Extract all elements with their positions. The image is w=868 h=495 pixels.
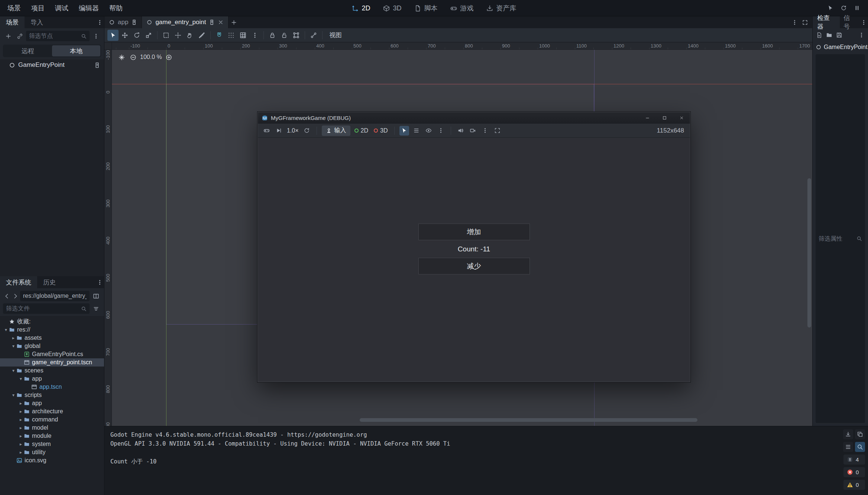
debug-3d-toggle[interactable]: 3D (372, 127, 389, 134)
pick-options-icon[interactable] (436, 126, 446, 136)
grid-snap-icon[interactable] (226, 30, 237, 41)
inspected-node-row[interactable]: GameEntryPoint... (813, 40, 868, 51)
node-filter-input[interactable] (29, 33, 81, 39)
tree-collapse-icon[interactable]: ▾ (3, 327, 9, 332)
zoom-level[interactable]: 100.0 % (140, 54, 162, 61)
fs-item-gameentrypoint.cs[interactable]: GameEntryPoint.cs (0, 350, 104, 358)
camera-options-icon[interactable] (480, 126, 490, 136)
fs-item-model[interactable]: ▸model (0, 424, 104, 432)
fs-item-app.tscn[interactable]: app.tscn (0, 383, 104, 391)
resource-options-icon[interactable] (857, 30, 866, 40)
next-frame-icon[interactable] (274, 126, 284, 136)
input-mode-button[interactable]: 输入 (322, 126, 350, 136)
inspector-menu-icon[interactable] (859, 18, 868, 27)
scene-tab-game-entry-point[interactable]: game_entry_point (142, 16, 229, 28)
property-filter-input[interactable] (819, 235, 856, 242)
menu-project[interactable]: 项目 (26, 4, 50, 13)
smart-snap-icon[interactable] (214, 30, 225, 41)
tab-history[interactable]: 历史 (37, 276, 62, 288)
tab-inspector[interactable]: 检查器 (813, 16, 840, 28)
copy-log-icon[interactable] (855, 429, 865, 439)
grid-icon[interactable] (237, 30, 249, 41)
new-scene-tab-icon[interactable] (229, 17, 239, 27)
unlock-node-icon[interactable] (279, 30, 290, 41)
mute-audio-icon[interactable] (456, 126, 466, 136)
instance-scene-icon[interactable] (14, 31, 25, 41)
fs-item-assets[interactable]: ▸assets (0, 334, 104, 342)
save-resource-icon[interactable] (835, 30, 844, 40)
debug-session-icon[interactable] (262, 126, 271, 136)
workspace-2d[interactable]: 2D (352, 4, 370, 12)
fs-item-command[interactable]: ▸command (0, 416, 104, 424)
zoom-out-icon[interactable] (129, 53, 137, 62)
menu-editor[interactable]: 编辑器 (74, 4, 104, 13)
embed-fullscreen-icon[interactable] (493, 126, 502, 136)
fs-item-scenes[interactable]: ▾scenes (0, 367, 104, 375)
scene-tree-root-node[interactable]: GameEntryPoint (0, 59, 104, 71)
search-log-icon[interactable] (855, 442, 865, 452)
dock-menu-icon[interactable] (95, 18, 104, 27)
center-view-icon[interactable] (117, 53, 126, 62)
snap-options-icon[interactable] (249, 30, 260, 41)
scene-tree-menu-icon[interactable] (91, 31, 101, 41)
time-scale-label[interactable]: 1.0× (286, 127, 299, 134)
menu-help[interactable]: 帮助 (104, 4, 128, 13)
filesystem-menu-icon[interactable] (95, 278, 104, 287)
toggle-split-mode-icon[interactable] (91, 291, 101, 301)
tab-list-menu-icon[interactable] (789, 17, 800, 27)
workspace-assetlib[interactable]: 资产库 (486, 4, 516, 13)
file-filter-input[interactable] (6, 305, 81, 312)
move-tool-icon[interactable] (119, 30, 130, 41)
tree-expand-icon[interactable]: ▸ (18, 425, 24, 430)
restart-game-icon[interactable] (838, 3, 849, 13)
path-input[interactable] (23, 293, 87, 299)
tab-filesystem[interactable]: 文件系统 (0, 276, 37, 288)
workspace-script[interactable]: 脚本 (414, 4, 438, 13)
tab-signals[interactable]: 信号 (840, 16, 859, 28)
minimize-window-icon[interactable] (639, 112, 656, 124)
fs-item-app[interactable]: ▸app (0, 399, 104, 407)
error-count-badge[interactable]: 0 (843, 467, 865, 477)
collapse-messages-icon[interactable] (843, 442, 853, 452)
fs-item-global[interactable]: ▾global (0, 342, 104, 350)
tree-expand-icon[interactable]: ▸ (18, 433, 24, 439)
tab-scene[interactable]: 场景 (0, 16, 25, 28)
lock-node-icon[interactable] (267, 30, 278, 41)
path-field[interactable] (20, 291, 90, 301)
sort-files-icon[interactable] (91, 303, 101, 314)
file-filter-field[interactable] (3, 303, 90, 314)
workspace-game[interactable]: 游戏 (450, 4, 474, 13)
zoom-in-icon[interactable] (165, 53, 174, 62)
node-filter-field[interactable] (26, 31, 90, 41)
save-log-icon[interactable] (843, 429, 853, 439)
decrease-button[interactable]: 减少 (418, 258, 530, 274)
pick-node-icon[interactable] (399, 126, 409, 136)
tree-collapse-icon[interactable]: ▾ (10, 343, 16, 349)
close-window-icon[interactable] (673, 112, 690, 124)
back-icon[interactable] (3, 291, 10, 301)
fs-item-architecture[interactable]: ▸architecture (0, 407, 104, 416)
horizontal-scrollbar-thumb[interactable] (360, 418, 697, 422)
reset-icon[interactable] (302, 126, 312, 136)
rect-select-icon[interactable] (161, 30, 172, 41)
warning-count-badge[interactable]: 0 (843, 480, 865, 490)
view-menu-button[interactable]: 视图 (326, 31, 346, 39)
fs-item-utility[interactable]: ▸utility (0, 448, 104, 456)
menu-debug[interactable]: 调试 (50, 4, 74, 13)
camera-override-icon[interactable] (468, 126, 478, 136)
game-pick-cursor-icon[interactable] (825, 3, 835, 13)
forward-icon[interactable] (12, 291, 19, 301)
fs-item-app[interactable]: ▾app (0, 375, 104, 383)
pivot-tool-icon[interactable] (172, 30, 184, 41)
tree-expand-icon[interactable]: ▸ (18, 417, 24, 422)
ruler-tool-icon[interactable] (196, 30, 207, 41)
2d-canvas[interactable]: 100.0 % MyGFrameworkGame (DEBUG) (112, 50, 812, 426)
tree-expand-icon[interactable]: ▸ (18, 442, 24, 447)
menu-scene[interactable]: 场景 (2, 4, 26, 13)
property-filter-field[interactable] (816, 54, 865, 423)
scale-tool-icon[interactable] (143, 30, 154, 41)
fs-item-module[interactable]: ▸module (0, 432, 104, 440)
fs-item-res-[interactable]: ▾res:// (0, 326, 104, 334)
select-tool-icon[interactable] (107, 30, 119, 41)
remote-button[interactable]: 远程 (4, 45, 52, 56)
